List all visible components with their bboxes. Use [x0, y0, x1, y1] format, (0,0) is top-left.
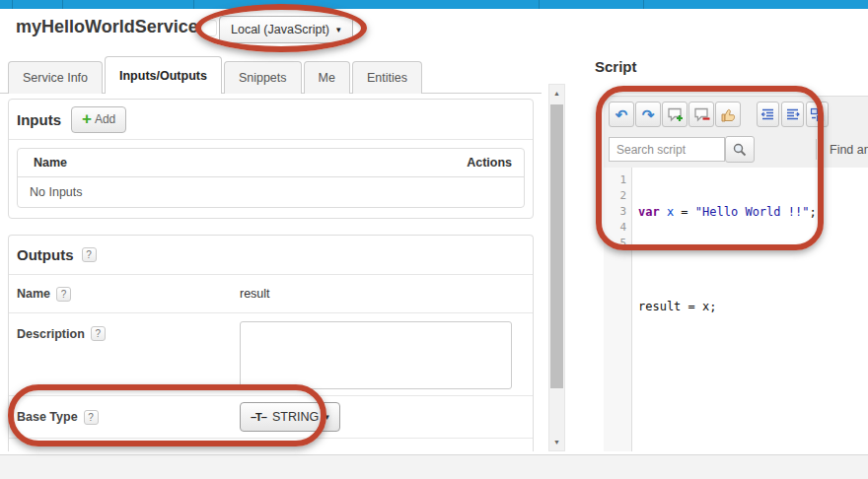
bar-divider [193, 0, 194, 9]
bar-divider [539, 0, 540, 9]
inputs-header: Inputs + Add [9, 100, 533, 140]
redo-button[interactable]: ↷ [635, 102, 661, 127]
handler-dropdown[interactable]: Local (JavaScript) ▾ [219, 16, 353, 43]
add-input-button[interactable]: + Add [71, 106, 126, 133]
script-code-editor[interactable]: 1 2 3 4 5 var x = "Hello World !!"; resu… [604, 168, 868, 451]
base-type-icon: –T– [251, 411, 266, 423]
code-line-2 [638, 251, 817, 267]
indent-right-button[interactable] [781, 102, 804, 127]
vertical-scrollbar[interactable]: ▲ ▼ [548, 84, 565, 451]
description-textarea[interactable] [240, 321, 512, 389]
comment-remove-icon [693, 106, 710, 123]
output-name-label-wrap: Name ? [9, 287, 240, 302]
comment-add-icon [667, 106, 684, 123]
partial-hidden-button[interactable] [200, 20, 217, 36]
indent-left-button[interactable] [757, 102, 779, 127]
code-token: var [638, 205, 667, 219]
line-number-gutter: 1 2 3 4 5 [604, 168, 632, 451]
tab-bar: Service Info Inputs/Outputs Snippets Me … [8, 56, 424, 94]
column-name: Name [34, 156, 67, 170]
line-number: 2 [604, 188, 631, 204]
search-script-input[interactable] [609, 137, 725, 162]
toolbar-divider [816, 139, 817, 160]
redo-icon: ↷ [642, 107, 655, 122]
magnifier-icon [732, 142, 748, 158]
reformat-code-button[interactable] [806, 102, 829, 127]
code-line-3: result = x; [638, 299, 817, 314]
tab-me[interactable]: Me [304, 61, 350, 94]
code-lines: var x = "Hello World !!"; result = x; [638, 172, 817, 441]
code-token: = [674, 205, 695, 219]
base-type-value: STRING [272, 410, 319, 424]
code-line-5 [638, 393, 817, 409]
add-input-label: Add [95, 112, 115, 126]
indent-right-icon [785, 107, 800, 122]
outputs-heading: Outputs [17, 246, 74, 263]
thumbs-up-icon [720, 106, 737, 123]
inputs-empty-row: No Inputs [18, 177, 524, 207]
code-token: ; [809, 205, 816, 219]
plus-icon: + [82, 112, 92, 126]
tab-inputs-outputs[interactable]: Inputs/Outputs [105, 56, 222, 94]
output-name-value: result [240, 287, 270, 301]
line-number: 5 [604, 236, 631, 251]
tab-service-info[interactable]: Service Info [8, 61, 103, 94]
chevron-down-icon: ▾ [325, 412, 329, 422]
reformat-code-icon [810, 107, 825, 122]
output-name-label: Name [17, 287, 50, 301]
help-icon[interactable]: ? [84, 410, 99, 425]
indent-left-icon [760, 107, 775, 122]
code-line-4 [638, 346, 817, 362]
line-number: 1 [604, 172, 631, 188]
script-heading: Script [595, 58, 637, 75]
lint-button[interactable] [715, 102, 741, 127]
help-icon[interactable]: ? [82, 247, 97, 262]
help-icon[interactable]: ? [56, 287, 71, 302]
status-bar [0, 454, 868, 479]
help-icon[interactable]: ? [91, 326, 106, 341]
undo-button[interactable]: ↶ [609, 102, 634, 127]
top-blue-bar [0, 0, 868, 9]
add-comment-button[interactable] [662, 102, 687, 127]
page-title: myHelloWorldService [16, 17, 198, 37]
bar-divider [643, 0, 644, 9]
output-base-type-row: Base Type ? –T– STRING ▾ [9, 396, 533, 439]
column-actions: Actions [467, 156, 512, 170]
bar-divider [62, 0, 63, 9]
tab-snippets[interactable]: Snippets [224, 61, 302, 94]
inputs-table-header: Name Actions [18, 149, 524, 177]
output-description-row: Description ? [9, 313, 533, 396]
code-line-1: var x = "Hello World !!"; [638, 204, 817, 220]
outputs-header: Outputs ? [9, 236, 533, 275]
inputs-panel: Inputs + Add Name Actions No Inputs [8, 99, 534, 219]
remove-comment-button[interactable] [688, 102, 714, 127]
service-editor-screen: myHelloWorldService Local (JavaScript) ▾… [0, 0, 868, 479]
scrollbar-thumb[interactable] [550, 104, 563, 388]
outputs-panel: Outputs ? Name ? result Description ? Ba… [8, 235, 534, 451]
base-type-dropdown[interactable]: –T– STRING ▾ [240, 402, 340, 432]
inputs-heading: Inputs [17, 111, 61, 128]
output-description-label: Description [17, 327, 85, 341]
code-token: "Hello World !!" [695, 205, 810, 219]
handler-dropdown-label: Local (JavaScript) [231, 23, 329, 36]
scroll-down-icon[interactable]: ▼ [549, 435, 564, 449]
chevron-down-icon: ▾ [336, 25, 341, 34]
undo-icon: ↶ [615, 107, 628, 122]
bar-divider [12, 0, 13, 9]
inputs-table: Name Actions No Inputs [17, 148, 525, 208]
base-type-label: Base Type [17, 410, 78, 424]
scroll-up-icon[interactable]: ▲ [549, 86, 564, 101]
line-number: 3 [604, 204, 631, 220]
find-replace-button[interactable]: Find and Replace [830, 143, 868, 157]
line-number: 4 [604, 220, 631, 236]
base-type-label-wrap: Base Type ? [9, 410, 240, 425]
code-token: result = x; [638, 300, 716, 313]
output-name-row: Name ? result [9, 275, 533, 313]
output-description-label-wrap: Description ? [9, 313, 240, 341]
tab-entities[interactable]: Entities [352, 61, 422, 94]
search-button[interactable] [725, 136, 755, 163]
